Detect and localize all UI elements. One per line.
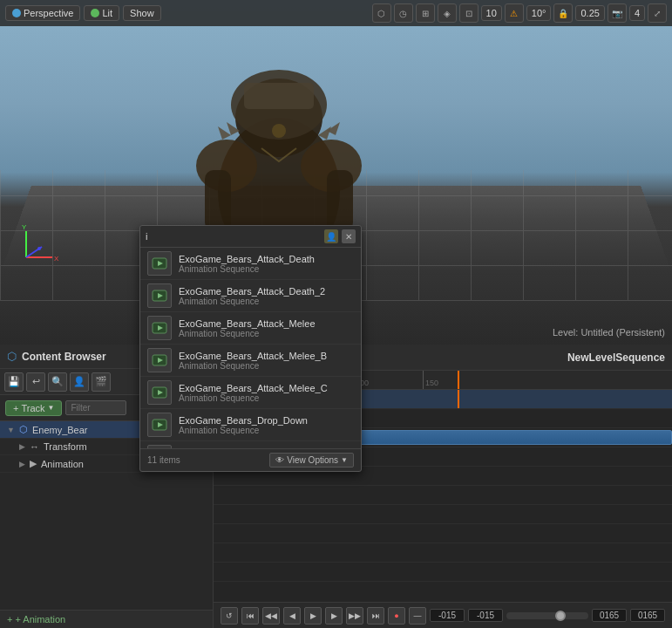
scale-btn[interactable]: 0.25	[575, 5, 604, 21]
svg-text:X: X	[54, 255, 59, 263]
time-end-value: -015	[477, 611, 494, 620]
record-btn[interactable]: ●	[388, 607, 405, 625]
animation-icon	[147, 348, 172, 372]
go-start-btn[interactable]: ⏮	[241, 607, 259, 625]
chevron-down-icon: ▼	[341, 456, 348, 464]
svg-rect-7	[327, 170, 353, 231]
dropdown-item-text: ExoGame_Bears_Attack_DeathAnimation Sequ…	[179, 254, 315, 274]
dropdown-item[interactable]: ExoGame_Bears_Drop_DownAnimation Sequenc…	[140, 409, 361, 441]
animation-name: ExoGame_Bears_Drop_Down	[179, 415, 308, 426]
animation-type: Animation Sequence	[179, 426, 308, 435]
animation-type: Animation Sequence	[179, 264, 315, 274]
svg-point-10	[272, 124, 286, 138]
svg-point-20	[37, 247, 41, 250]
add-animation-label: + Animation	[15, 614, 65, 625]
dropdown-item[interactable]: ExoGame_Bears_IdleAnimation Sequence	[140, 441, 361, 448]
show-label: Show	[130, 8, 154, 18]
show-btn[interactable]: Show	[123, 5, 161, 21]
angle-btn[interactable]: 10°	[526, 5, 552, 21]
perspective-icon	[12, 9, 21, 17]
add-animation-btn[interactable]: + + Animation	[0, 610, 213, 628]
camera-btn[interactable]: 📷	[608, 3, 627, 23]
expand-icon: ▶	[19, 442, 25, 451]
animation-name: ExoGame_Bears_Attack_Melee_B	[179, 351, 327, 361]
grid-size-btn[interactable]: 10	[481, 5, 502, 21]
animation-type: Animation Sequence	[179, 361, 327, 371]
transform-label: Transform	[44, 441, 87, 452]
axis-indicator: X Y	[17, 222, 61, 266]
maximize-viewport-btn[interactable]: ⤢	[648, 3, 667, 23]
level-label: Level: Untitled (Persistent)	[553, 327, 665, 338]
search-btn[interactable]: 🔍	[48, 372, 67, 392]
dropdown-footer: 11 items 👁 View Options ▼	[140, 448, 361, 471]
toggle-loop-btn[interactable]: ↺	[221, 607, 238, 625]
animation-icon	[147, 445, 172, 448]
animation-name: ExoGame_Bears_Idle	[179, 447, 273, 449]
add-track-plus: +	[13, 403, 18, 413]
actor-btn[interactable]: 👤	[70, 372, 89, 392]
sequencer-settings-2-btn[interactable]: —	[409, 607, 426, 625]
tick-150: 150	[423, 371, 438, 389]
perspective-mode-btn[interactable]: ⬡	[372, 3, 391, 23]
lit-icon	[91, 9, 99, 17]
realtime-btn[interactable]: ◷	[394, 3, 413, 23]
dropdown-item[interactable]: ExoGame_Bears_Attack_Melee_BAnimation Se…	[140, 345, 361, 377]
save-btn[interactable]: 💾	[4, 372, 24, 392]
time-start-value: -015	[438, 611, 456, 620]
dropdown-item[interactable]: ExoGame_Bears_Attack_Death_2Animation Se…	[140, 280, 361, 312]
dropdown-close-btn[interactable]: ✕	[342, 229, 356, 243]
animation-name: ExoGame_Bears_Attack_Death_2	[179, 286, 325, 297]
perspective-btn[interactable]: Perspective	[5, 5, 80, 21]
step-fwd-btn[interactable]: ▶▶	[346, 607, 363, 625]
dropdown-item-text: ExoGame_Bears_Attack_Death_2Animation Se…	[179, 286, 325, 306]
eye-icon: 👁	[275, 455, 284, 465]
expand-icon: ▼	[7, 426, 15, 434]
timeline-scrubber[interactable]	[506, 612, 588, 619]
filter-input[interactable]	[65, 400, 126, 415]
time-end2-value: 0165	[638, 611, 657, 620]
animation-label: Animation	[41, 459, 84, 469]
grid-warning-btn[interactable]: ⚠	[505, 3, 524, 23]
time-start-display: -015	[430, 609, 465, 622]
animation-icon	[147, 251, 172, 276]
lit-btn[interactable]: Lit	[84, 5, 119, 21]
dropdown-search-bar: 👤 ✕	[140, 226, 361, 248]
playhead[interactable]	[458, 371, 459, 389]
transform-icon: ↔	[30, 441, 39, 452]
dropdown-search-input[interactable]	[146, 231, 321, 242]
time-current-value: 0165	[600, 611, 619, 620]
view-options-label: View Options	[287, 455, 338, 465]
view-options-btn[interactable]: 👁 View Options ▼	[269, 453, 354, 468]
dropdown-item[interactable]: ExoGame_Bears_Attack_Melee_CAnimation Se…	[140, 377, 361, 409]
add-track-btn[interactable]: + Track ▼	[5, 400, 62, 416]
dropdown-item[interactable]: ExoGame_Bears_Attack_DeathAnimation Sequ…	[140, 248, 361, 280]
play-btn[interactable]: ▶	[304, 607, 322, 625]
dropdown-item-text: ExoGame_Bears_Attack_Melee_CAnimation Se…	[179, 383, 328, 403]
svg-rect-6	[205, 170, 231, 231]
snap-btn[interactable]: 🔒	[553, 3, 573, 23]
next-key-btn[interactable]: ▶	[325, 607, 343, 625]
dropdown-item[interactable]: ExoGame_Bears_Attack_MeleeAnimation Sequ…	[140, 312, 361, 345]
sequencer-title: NewLevelSequence	[567, 352, 665, 364]
playback-controls: ↺ ⏮ ◀◀ ◀ ▶ ▶ ▶▶ ⏭ ● — -015 -015 0165 016…	[214, 602, 672, 628]
prev-key-btn[interactable]: ◀	[283, 607, 301, 625]
animation-icon: ▶	[30, 458, 37, 469]
add-animation-plus: +	[7, 614, 12, 625]
viewport-toolbar: Perspective Lit Show ⬡ ◷ ⊞ ◈ ⊡ 10 ⚠ 10° …	[0, 0, 672, 26]
step-back-btn[interactable]: ◀◀	[262, 607, 280, 625]
expand-icon: ▶	[19, 460, 25, 468]
svg-text:Y: Y	[22, 223, 27, 231]
maximize-btn[interactable]: ⊡	[459, 3, 479, 23]
level-text: Level: Untitled (Persistent)	[553, 327, 665, 338]
show-flags-btn[interactable]: ⊞	[416, 3, 435, 23]
timeline-row-empty-6	[214, 543, 672, 563]
timeline-row-empty-5	[214, 524, 672, 543]
scalability-btn[interactable]: ◈	[438, 3, 457, 23]
timeline-playhead	[458, 390, 459, 408]
scrubber-thumb[interactable]	[555, 611, 566, 621]
dropdown-user-btn[interactable]: 👤	[324, 229, 338, 243]
history-btn[interactable]: ↩	[26, 372, 45, 392]
go-end-btn[interactable]: ⏭	[367, 607, 384, 625]
view-count-btn[interactable]: 4	[629, 5, 645, 21]
video-btn[interactable]: 🎬	[92, 372, 111, 392]
